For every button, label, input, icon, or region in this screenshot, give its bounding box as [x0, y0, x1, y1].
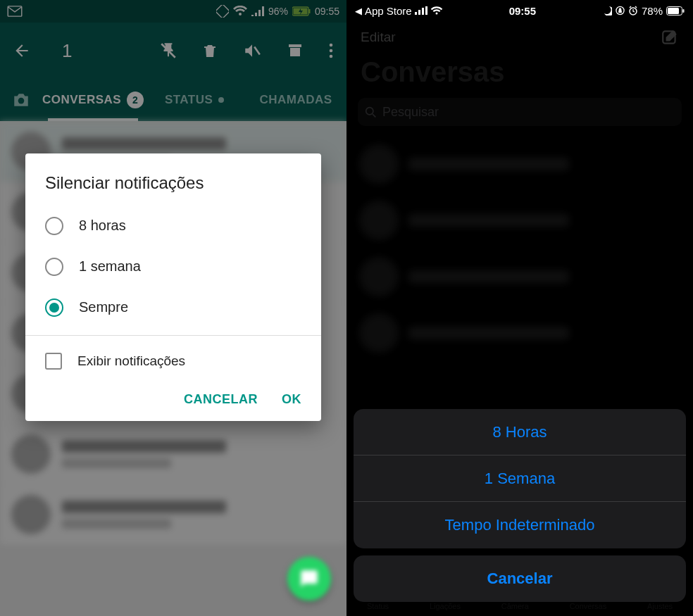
svg-rect-13 — [422, 8, 424, 15]
ios-action-sheet: 8 Horas 1 Semana Tempo Indeterminado Can… — [354, 409, 686, 602]
back-to-app[interactable]: ◀ App Store — [355, 5, 443, 17]
svg-rect-19 — [683, 9, 685, 13]
android-screen: 96% 09:55 1 CONVERSAS 2 STATUS CHAMADAS — [0, 0, 346, 616]
svg-rect-14 — [425, 6, 427, 15]
mute-dialog: Silenciar notificações 8 horas 1 semana … — [25, 153, 321, 421]
moon-icon — [602, 6, 612, 15]
radio-sempre[interactable]: Sempre — [25, 287, 321, 328]
svg-rect-11 — [415, 12, 417, 15]
checkbox-exibir-notificacoes[interactable]: Exibir notificações — [25, 343, 321, 379]
divider — [25, 335, 321, 336]
chat-icon — [299, 569, 319, 589]
radio-icon — [45, 258, 63, 276]
radio-8-horas[interactable]: 8 horas — [25, 206, 321, 246]
sheet-option-8-horas[interactable]: 8 Horas — [354, 409, 686, 455]
alarm-icon — [628, 6, 638, 15]
dialog-title: Silenciar notificações — [25, 173, 321, 206]
svg-rect-18 — [668, 8, 679, 14]
battery-icon — [666, 6, 685, 15]
ios-screen: ◀ App Store 09:55 78% Editar Conversas P… — [346, 0, 693, 616]
clock-text: 09:55 — [443, 5, 602, 17]
sheet-option-1-semana[interactable]: 1 Semana — [354, 455, 686, 502]
android-dialog-overlay: Silenciar notificações 8 horas 1 semana … — [0, 0, 346, 616]
lock-icon — [616, 6, 625, 15]
ios-statusbar: ◀ App Store 09:55 78% — [346, 0, 693, 21]
cancel-button[interactable]: CANCELAR — [184, 392, 258, 407]
radio-icon — [45, 217, 63, 235]
radio-1-semana[interactable]: 1 semana — [25, 246, 321, 287]
radio-icon — [45, 298, 63, 317]
wifi-icon — [430, 6, 443, 15]
new-chat-fab[interactable] — [287, 557, 331, 601]
sheet-option-tempo-indeterminado[interactable]: Tempo Indeterminado — [354, 502, 686, 548]
sheet-cancel-button[interactable]: Cancelar — [354, 555, 686, 602]
signal-icon — [415, 6, 427, 15]
battery-percent: 78% — [642, 5, 663, 17]
ok-button[interactable]: OK — [282, 392, 301, 407]
svg-rect-12 — [418, 10, 420, 15]
checkbox-icon — [45, 353, 62, 370]
